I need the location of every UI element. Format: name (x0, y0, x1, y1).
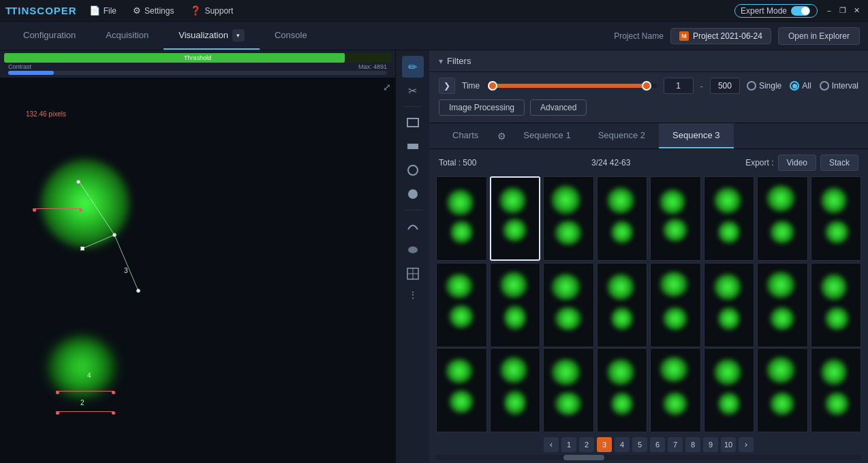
curve-tool-button[interactable] (402, 215, 424, 237)
thumbnail-cell-19[interactable] (543, 348, 594, 432)
pen-tool-button[interactable]: ✏ (402, 56, 424, 78)
page-num-7[interactable]: 7 (668, 437, 683, 452)
node-4 (76, 180, 80, 184)
thumbnail-cell-17[interactable] (436, 348, 487, 432)
minimize-button[interactable]: − (823, 5, 835, 17)
thumbnail-cell-4[interactable] (597, 176, 648, 261)
file-menu-button[interactable]: 📄 File (82, 3, 123, 18)
page-num-3[interactable]: 3 (597, 437, 612, 452)
thumb-inner-17 (437, 349, 486, 432)
expert-mode-toggle[interactable]: Expert Mode (734, 4, 818, 18)
tab-acquisition[interactable]: Acquisition (91, 22, 164, 50)
blob-tool-button[interactable] (402, 239, 424, 261)
tab-console[interactable]: Console (260, 22, 322, 50)
thumbnail-cell-20[interactable] (597, 348, 648, 432)
thumbnail-cell-2[interactable] (490, 176, 541, 261)
scissors-tool-button[interactable]: ✂ (402, 80, 424, 101)
threshold-bar: Threshold (4, 53, 391, 63)
thumbnail-cell-21[interactable] (650, 348, 701, 432)
circle-filled-icon (407, 188, 419, 200)
thumbnail-cell-23[interactable] (757, 348, 808, 432)
page-num-10[interactable]: 10 (721, 437, 736, 452)
titlebar-nav: 📄 File ⚙ Settings ❓ Support (82, 3, 241, 18)
page-num-4[interactable]: 4 (615, 437, 630, 452)
range-thumb-right[interactable] (642, 81, 651, 91)
video-export-button[interactable]: Video (778, 155, 816, 171)
thumb-blob-16-2 (825, 307, 849, 330)
page-num-1[interactable]: 1 (561, 437, 576, 452)
circle-filled-tool-button[interactable] (402, 183, 424, 205)
thumbnail-cell-10[interactable] (490, 263, 541, 347)
charts-settings-icon[interactable]: ⚙ (493, 128, 510, 144)
thumbnail-cell-18[interactable] (490, 348, 541, 432)
tab-visualization[interactable]: Visualization ▾ (164, 22, 260, 50)
contrast-row: Contrast Max: 4891 (4, 63, 391, 71)
sequence-tabbar: Charts ⚙ Sequence 1 Sequence 2 Sequence … (429, 123, 868, 149)
thumb-blob-22-2 (718, 392, 741, 415)
range-start-input[interactable]: 1 (664, 78, 694, 94)
tab-sequence2[interactable]: Sequence 2 (585, 123, 659, 148)
thumbnail-cell-8[interactable] (811, 176, 862, 261)
page-num-9[interactable]: 9 (703, 437, 718, 452)
thumbnail-cell-5[interactable] (650, 176, 701, 261)
thumbnail-cell-6[interactable] (704, 176, 755, 261)
grid-tool-button[interactable] (402, 263, 424, 285)
radio-interval[interactable]: Interval (820, 81, 858, 91)
thumbnail-cell-9[interactable] (436, 263, 487, 347)
open-in-explorer-button[interactable]: Open in Explorer (778, 27, 860, 45)
range-thumb-left[interactable] (488, 81, 497, 91)
page-next-button[interactable]: › (739, 437, 754, 452)
contrast-slider[interactable] (8, 71, 387, 75)
page-prev-button[interactable]: ‹ (544, 437, 559, 452)
expand-icon[interactable]: ⤢ (383, 82, 391, 93)
rect-outline-tool-button[interactable] (402, 112, 424, 133)
image-processing-pill[interactable]: Image Processing (439, 99, 525, 116)
stack-export-button[interactable]: Stack (820, 155, 858, 171)
circle-outline-tool-button[interactable] (402, 159, 424, 181)
filters-header: ▾ Filters (429, 50, 868, 72)
cell-number-2: 2 (80, 399, 84, 406)
support-menu-button[interactable]: ❓ Support (183, 3, 240, 18)
radio-single[interactable]: Single (747, 81, 781, 91)
time-nav-arrow[interactable]: ❯ (439, 78, 455, 94)
page-num-2[interactable]: 2 (579, 437, 594, 452)
thumbnail-cell-22[interactable] (704, 348, 755, 432)
page-num-8[interactable]: 8 (685, 437, 700, 452)
thumbnail-cell-3[interactable] (543, 176, 594, 261)
toolbar-strip: ✏ ✂ ⋮ (395, 50, 429, 463)
titlebar-right: Expert Mode − ❐ ✕ (734, 4, 863, 18)
page-num-5[interactable]: 5 (632, 437, 647, 452)
thumb-inner-20 (598, 349, 647, 432)
tab-charts[interactable]: Charts (439, 123, 492, 148)
thumbnail-cell-16[interactable] (811, 263, 862, 347)
gear-icon: ⚙ (133, 5, 141, 16)
thumb-inner-23 (758, 349, 807, 432)
tab-configuration[interactable]: Configuration (8, 22, 91, 50)
thumbnail-cell-15[interactable] (757, 263, 808, 347)
page-num-6[interactable]: 6 (650, 437, 665, 452)
tab-sequence1[interactable]: Sequence 1 (510, 123, 584, 148)
time-range-slider[interactable] (486, 84, 656, 88)
thumbnail-cell-13[interactable] (650, 263, 701, 347)
restore-button[interactable]: ❐ (837, 5, 849, 17)
thumbnail-cell-14[interactable] (704, 263, 755, 347)
scroll-bar[interactable] (436, 455, 861, 460)
thumbnail-cell-1[interactable] (436, 176, 487, 261)
toggle-knob (801, 7, 809, 15)
advanced-pill[interactable]: Advanced (530, 99, 587, 116)
range-end-input[interactable]: 500 (710, 78, 740, 94)
thumbnail-cell-7[interactable] (757, 176, 808, 261)
tool-more-options[interactable]: ⋮ (408, 289, 418, 300)
visualization-dropdown-icon[interactable]: ▾ (232, 29, 245, 42)
tool-separator-1 (403, 106, 422, 107)
thumbnail-cell-11[interactable] (543, 263, 594, 347)
settings-menu-button[interactable]: ⚙ Settings (126, 3, 181, 18)
thumb-blob-1-2 (450, 221, 473, 244)
tab-sequence3[interactable]: Sequence 3 (659, 123, 733, 148)
radio-all[interactable]: All (790, 81, 811, 91)
rect-filled-tool-button[interactable] (402, 135, 424, 157)
thumbnail-cell-12[interactable] (597, 263, 648, 347)
toggle-switch[interactable] (791, 6, 810, 16)
thumbnail-cell-24[interactable] (811, 348, 862, 432)
close-button[interactable]: ✕ (850, 5, 863, 17)
